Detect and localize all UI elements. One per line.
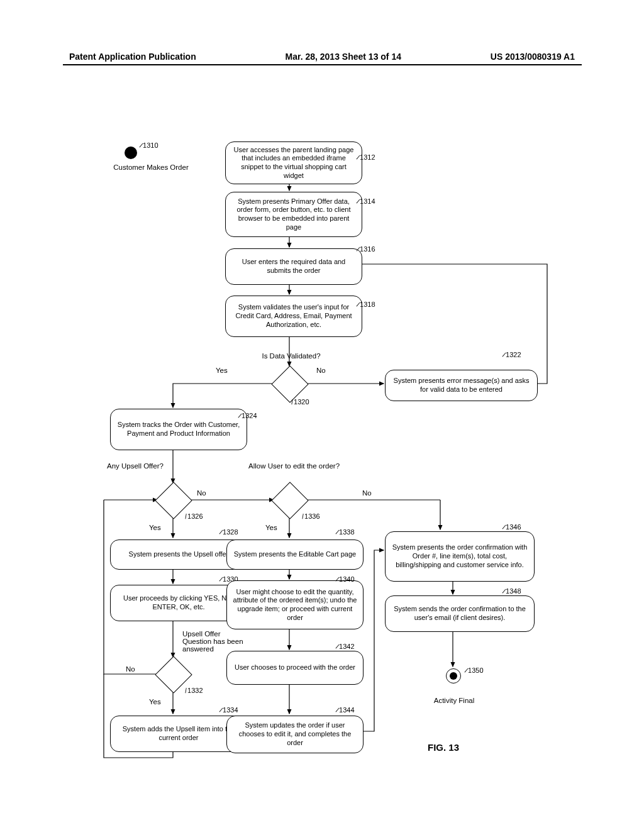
box-1324-text: System tracks the Order with Customer, P…	[116, 421, 242, 438]
ref-1310: /1310	[140, 141, 158, 149]
box-1312-text: User accesses the parent landing page th…	[231, 146, 357, 180]
end-node-dot	[450, 672, 457, 680]
question-1320: Is Data Validated?	[257, 352, 326, 360]
ref-1338: /1338	[336, 528, 355, 536]
question-1336: Allow User to edit the order?	[248, 462, 355, 470]
box-1348: System sends the order confirmation to t…	[385, 595, 535, 632]
question-1326: Any Upsell Offer?	[107, 462, 179, 470]
box-1344: System updates the order if user chooses…	[226, 716, 364, 753]
box-1322-text: System presents error message(s) and ask…	[391, 377, 532, 394]
box-1346: System presents the order confirmation w…	[385, 531, 535, 582]
box-1314-text: System presents Primary Offer data, orde…	[231, 197, 357, 232]
ref-1348: /1348	[503, 587, 521, 595]
ref-1336: \1336	[302, 512, 320, 520]
patent-figure-page: Patent Application Publication Mar. 28, …	[0, 0, 644, 830]
edge-1326-yes: Yes	[149, 524, 161, 531]
header-center: Mar. 28, 2013 Sheet 13 of 14	[286, 52, 401, 62]
edge-1320-yes: Yes	[216, 367, 228, 374]
end-node	[446, 668, 461, 683]
flowchart-connectors	[0, 0, 644, 830]
header-rule	[63, 64, 582, 65]
box-1318: System validates the user's input for Cr…	[225, 296, 362, 337]
box-1316: User enters the required data and submit…	[225, 248, 362, 285]
edge-1336-yes: Yes	[265, 524, 277, 531]
box-1346-text: System presents the order confirmation w…	[391, 543, 529, 569]
figure-label: FIG. 13	[428, 742, 459, 753]
start-node	[125, 147, 137, 159]
ref-1318: /1318	[357, 301, 375, 308]
box-1312: User accesses the parent landing page th…	[225, 141, 362, 184]
ref-1328: /1328	[220, 528, 238, 536]
ref-1316: /1316	[357, 245, 375, 253]
edge-1336-no: No	[362, 489, 372, 497]
edge-1320-no: No	[316, 367, 326, 374]
box-1348-text: System sends the order confirmation to t…	[391, 605, 529, 622]
ref-1322: /1322	[503, 351, 521, 358]
header-left: Patent Application Publication	[69, 52, 196, 62]
ref-1332: \1332	[185, 687, 203, 694]
box-1328-text: System presents the Upsell offer	[129, 550, 229, 559]
ref-1344: /1344	[336, 706, 355, 714]
box-1318-text: System validates the user's input for Cr…	[231, 303, 357, 329]
diamond-1320	[271, 365, 308, 402]
edge-1332-yes: Yes	[149, 698, 161, 706]
box-1316-text: User enters the required data and submit…	[231, 258, 357, 275]
header-right: US 2013/0080319 A1	[491, 52, 575, 62]
page-header: Patent Application Publication Mar. 28, …	[0, 52, 644, 62]
box-1330-text: User proceeds by clicking YES, NO, ENTER…	[116, 594, 242, 612]
box-1322: System presents error message(s) and ask…	[385, 370, 538, 401]
ref-1334: /1334	[220, 706, 238, 714]
box-1340: User might choose to edit the quantity, …	[226, 580, 364, 629]
end-label: Activity Final	[423, 697, 486, 704]
question-1332: Upsell Offer Question has been answered	[182, 630, 245, 653]
ref-1326: \1326	[185, 512, 203, 520]
ref-1324: /1324	[239, 412, 257, 419]
ref-1320: \1320	[291, 398, 309, 406]
ref-1312: /1312	[357, 153, 375, 161]
box-1338-text: System presents the Editable Cart page	[234, 550, 356, 559]
box-1342-text: User chooses to proceed with the order	[235, 663, 355, 672]
box-1340-text: User might choose to edit the quantity, …	[232, 588, 358, 622]
box-1324: System tracks the Order with Customer, P…	[110, 409, 247, 450]
box-1342: User chooses to proceed with the order	[226, 651, 364, 685]
edge-1326-no: No	[197, 489, 206, 497]
start-label: Customer Makes Order	[107, 163, 195, 171]
box-1338: System presents the Editable Cart page	[226, 540, 364, 570]
edge-1332-no: No	[126, 665, 135, 673]
ref-1342: /1342	[336, 643, 355, 650]
ref-1314: /1314	[357, 197, 375, 205]
box-1334-text: System adds the Upsell item into the cur…	[116, 725, 242, 743]
ref-1346: /1346	[503, 523, 521, 531]
ref-1350: /1350	[465, 667, 484, 674]
box-1314: System presents Primary Offer data, orde…	[225, 192, 362, 237]
box-1344-text: System updates the order if user chooses…	[232, 721, 358, 747]
ref-1340: /1340	[336, 575, 355, 583]
